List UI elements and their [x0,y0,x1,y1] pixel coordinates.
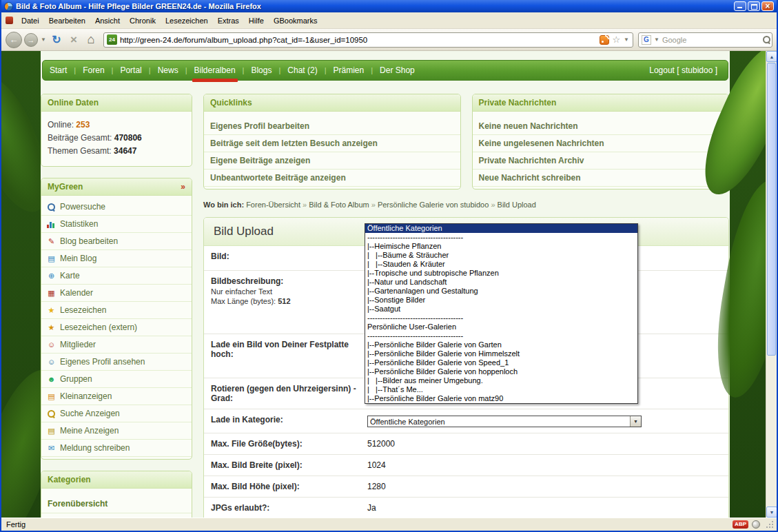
scrollbar-thumb[interactable] [767,63,776,356]
dropdown-option[interactable]: -------------------------------------- [365,314,637,323]
resize-grip-icon[interactable] [766,520,774,529]
pn-item-private-nachrichten-archiv[interactable]: Private Nachrichten Archiv [473,152,729,170]
category-select[interactable]: Öffentliche Kategorien [367,416,642,427]
dropdown-option[interactable]: -------------------------------------- [365,331,637,340]
dropdown-option[interactable]: |--Persönliche Bilder Galerie von Garten [365,340,637,349]
google-engine-icon[interactable]: G [642,35,651,45]
logout-link[interactable]: Logout [ stubidoo ] [649,65,728,75]
search-input[interactable] [662,34,760,46]
sidebar-item-kleinanzeigen[interactable]: ▤Kleinanzeigen [41,388,192,405]
dropdown-option[interactable]: |--Saatgut [365,305,637,314]
pn-item-keine-neuen-nachrichten[interactable]: Keine neuen Nachrichten [473,118,729,135]
nav-item-bilderalben[interactable]: Bilderalben [187,61,243,80]
dropdown-option[interactable]: |--Natur und Landschaft [365,278,637,287]
menu-extras[interactable]: Extras [213,14,244,28]
nav-item-foren[interactable]: Foren [76,61,111,80]
dropdown-option[interactable]: | |--Stauden & Kräuter [365,260,637,269]
scroll-down-button[interactable] [766,507,777,518]
quicklink-item-eigene-beiträge-anzeigen[interactable]: Eigene Beiträge anzeigen [204,152,460,170]
sidebar-item-meldung-schreiben[interactable]: ✉Meldung schreiben [41,440,192,457]
sidebar-item-eigenes-profil-ansehen[interactable]: ☺Eigenes Profil ansehen [41,354,192,371]
dropdown-option[interactable]: | |--That´s Me... [365,385,637,394]
url-dropdown-icon[interactable] [623,37,630,43]
vertical-scrollbar[interactable] [766,51,777,518]
dropdown-option[interactable]: -------------------------------------- [365,233,637,242]
sidebar-item-suche-anzeigen[interactable]: Suche Anzeigen [41,405,192,422]
nav-item-start[interactable]: Start [43,61,74,80]
nav-item-der-shop[interactable]: Der Shop [373,61,422,80]
menu-lesezeichen[interactable]: Lesezeichen [161,14,213,28]
sidebar-item-kalender[interactable]: ▦Kalender [41,285,192,302]
quicklink-item-beiträge-seit-dem-letzten-besuch-anzeigen[interactable]: Beiträge seit dem letzten Besuch anzeige… [204,135,460,152]
quicklink-item-eigenes-profil-bearbeiten[interactable]: Eigenes Profil bearbeiten [204,118,460,135]
sidebar-item-lesezeichen[interactable]: ★Lesezeichen [41,302,192,319]
sidebar-item-powersuche[interactable]: Powersuche [41,198,192,216]
breadcrumb-link[interactable]: Foren-Übersicht [246,201,300,209]
addon-icon[interactable] [6,17,13,24]
status-addon-icon[interactable] [752,520,760,529]
sidebar-item-blog-bearbeiten[interactable]: ✎Blog bearbeiten [41,233,192,250]
breadcrumb-separator: » [489,201,497,209]
minimize-button[interactable] [734,1,746,11]
url-input[interactable] [120,34,597,46]
menu-bearbeiten[interactable]: Bearbeiten [44,14,90,28]
menu-gbookmarks[interactable]: GBookmarks [269,14,323,28]
nav-item-portal[interactable]: Portal [113,61,148,80]
nav-item-prämien[interactable]: Prämien [327,61,371,80]
search-box[interactable]: G [638,32,772,48]
sidebar-item-statistiken[interactable]: Statistiken [41,216,192,233]
close-button[interactable] [761,1,774,11]
dropdown-option[interactable]: |--Persönliche Bilder Galerie von Himmel… [365,349,637,358]
breadcrumb-link[interactable]: Bild Upload [498,201,536,209]
breadcrumb-link[interactable]: Persönliche Galerie von stubidoo [378,201,489,209]
search-icon[interactable] [762,35,771,44]
url-bar[interactable]: 24 [103,32,633,48]
menu-hilfe[interactable]: Hilfe [244,14,269,28]
pn-item-neue-nachricht-schreiben[interactable]: Neue Nachricht schreiben [473,170,729,187]
search-engine-dropdown-icon[interactable] [653,37,660,43]
sidebar-item-gruppen[interactable]: ☻Gruppen [41,371,192,388]
nav-item-blogs[interactable]: Blogs [244,61,278,80]
sidebar-item-meine-anzeigen[interactable]: ▤Meine Anzeigen [41,422,192,440]
menu-datei[interactable]: Datei [17,14,44,28]
nav-item-news[interactable]: News [151,61,185,80]
forward-button[interactable] [24,33,38,47]
history-dropdown-icon[interactable] [40,37,47,43]
dropdown-option[interactable]: |--Persönliche Bilder Galerie von hoppen… [365,367,637,376]
dropdown-option[interactable]: | |--Bilder aus meiner Umgebung. [365,376,637,385]
dropdown-option[interactable]: |--Persönliche Bilder Galerie von Speed_… [365,358,637,367]
dropdown-option[interactable]: |--Tropische und subtropische Pflanzen [365,269,637,278]
menu-chronik[interactable]: Chronik [125,14,161,28]
kategorien-item-forenübersicht[interactable]: Forenübersicht [41,495,192,513]
dropdown-option[interactable]: Öffentliche Kategorien [365,224,637,233]
sidebar-item-lesezeichen-extern[interactable]: ★Lesezeichen (extern) [41,319,192,336]
sidebar-item-karte[interactable]: ⊕Karte [41,267,192,285]
stop-button[interactable] [66,32,81,48]
menu-ansicht[interactable]: Ansicht [90,14,125,28]
sidebar-item-mein-blog[interactable]: ▤Mein Blog [41,250,192,267]
breadcrumb-link[interactable]: Bild & Foto Album [309,201,369,209]
reload-button[interactable] [49,32,64,48]
dropdown-option[interactable]: |--Persönliche Bilder Galerie von matz90 [365,394,637,403]
collapse-chevron-icon[interactable]: » [181,182,185,192]
online-stat-row: Beiträge Gesamt: 470806 [48,133,185,143]
adblock-icon[interactable]: ABP [733,520,748,529]
dropdown-option[interactable]: Persönliche User-Galerien [365,323,637,331]
kategorien-item-partial[interactable] [41,513,192,518]
pn-item-keine-ungelesenen-nachrichten[interactable]: Keine ungelesenen Nachrichten [473,135,729,152]
titlebar[interactable]: Bild & Foto Album - Hilfe Pflege Bilder … [1,0,777,12]
category-select-dropdown-button[interactable] [630,416,641,427]
dropdown-option[interactable]: |--Sonstige Bilder [365,296,637,305]
bookmark-star-icon[interactable] [612,34,620,45]
quicklink-item-unbeantwortete-beiträge-anzeigen[interactable]: Unbeantwortete Beiträge anzeigen [204,170,460,187]
dropdown-option[interactable]: |--Gartenanlagen und Gestaltung [365,287,637,296]
dropdown-option[interactable]: | |--Bäume & Sträucher [365,251,637,260]
rss-icon[interactable] [600,35,609,45]
maximize-button[interactable] [748,1,760,11]
back-button[interactable] [6,32,22,48]
home-button[interactable] [83,32,99,48]
nav-item-chat-2[interactable]: Chat (2) [280,61,324,80]
sidebar-item-mitglieder[interactable]: ☺Mitglieder [41,336,192,354]
dropdown-option[interactable]: |--Heimische Pflanzen [365,242,637,251]
scroll-up-button[interactable] [766,51,777,62]
